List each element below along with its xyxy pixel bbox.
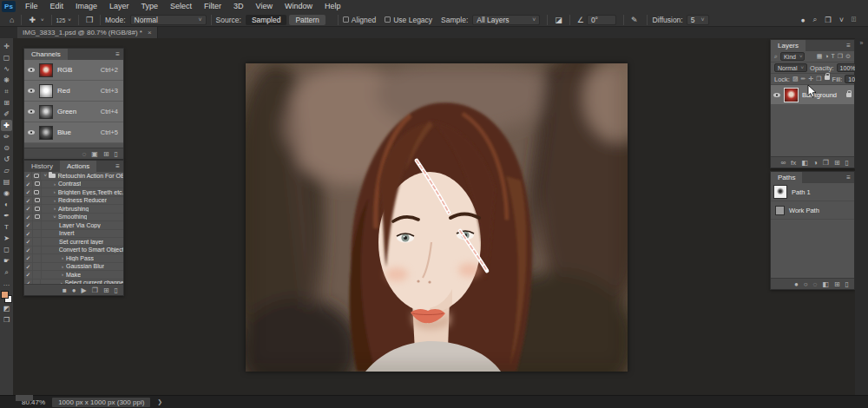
pressure-size-icon[interactable]: ✎	[628, 16, 641, 24]
brush-picker-caret-icon[interactable]: ˅	[65, 17, 74, 23]
channel-row-blue[interactable]: BlueCtrl+5	[24, 122, 123, 143]
kind-filter-select[interactable]: Kind ˅	[780, 52, 805, 61]
new-group-icon[interactable]: ❐	[823, 157, 829, 168]
source-sampled-button[interactable]: Sampled	[246, 15, 287, 25]
action-checkmark-icon[interactable]: ✓	[24, 188, 33, 196]
tab-layers[interactable]: Layers	[771, 40, 806, 51]
gradient-tool[interactable]: ▤	[1, 176, 12, 188]
channel-visibility-eye-icon[interactable]	[28, 109, 35, 114]
search-icon[interactable]: ⌕	[774, 53, 778, 60]
expander-open-icon[interactable]: ˅	[51, 214, 58, 220]
panel-menu-icon[interactable]: ≡	[843, 40, 854, 51]
action-checkmark-icon[interactable]: ✓	[24, 172, 32, 180]
action-checkmark-icon[interactable]: ✓	[24, 263, 33, 271]
brush-angle-input[interactable]: 0°	[587, 15, 616, 25]
channel-row-red[interactable]: RedCtrl+3	[24, 81, 123, 102]
account-icon[interactable]: ●	[800, 16, 805, 24]
action-dialog-toggle-icon[interactable]	[33, 247, 42, 254]
crop-tool[interactable]: ⌗	[1, 86, 12, 97]
action-checkmark-icon[interactable]: ✓	[24, 247, 33, 254]
ignore-adjustment-layers-icon[interactable]: ◪	[552, 16, 565, 24]
path-mask-icon[interactable]: ◧	[822, 279, 829, 290]
tab-actions[interactable]: Actions	[60, 161, 96, 172]
quick-mask-icon[interactable]: ◩	[1, 303, 12, 314]
new-layer-icon[interactable]: ⊞	[834, 157, 840, 168]
link-layers-icon[interactable]: ∞	[780, 157, 786, 168]
action-dialog-toggle-icon[interactable]	[33, 205, 42, 213]
menu-help[interactable]: Help	[319, 0, 347, 13]
channel-visibility-eye-icon[interactable]	[28, 130, 35, 135]
foreground-color-swatch[interactable]	[1, 291, 9, 299]
workspace-switcher-icon[interactable]: ❒	[825, 16, 832, 24]
collapse-panels-icon[interactable]: »	[855, 38, 868, 46]
action-dialog-toggle-icon[interactable]	[33, 271, 42, 279]
menu-select[interactable]: Select	[164, 0, 198, 13]
eyedropper-tool[interactable]: ✐	[1, 109, 12, 120]
menu-layer[interactable]: Layer	[103, 0, 135, 13]
channel-visibility-eye-icon[interactable]	[28, 89, 35, 93]
action-dialog-toggle-icon[interactable]	[33, 238, 42, 246]
menu-type[interactable]: Type	[135, 0, 165, 13]
tool-preset-caret-icon[interactable]: ˅	[38, 17, 47, 23]
search-icon[interactable]: ⌕	[813, 15, 818, 24]
delete-channel-icon[interactable]: ▯	[115, 148, 118, 160]
dodge-tool[interactable]: ◐	[1, 199, 12, 210]
screen-mode-icon[interactable]: ❒	[1, 314, 12, 326]
spot-healing-brush-tool[interactable]: ✚	[1, 120, 12, 131]
load-channel-as-selection-icon[interactable]: ◌	[82, 148, 87, 160]
save-selection-as-channel-icon[interactable]: ▣	[91, 148, 98, 160]
action-checkmark-icon[interactable]: ✓	[24, 181, 33, 188]
action-checkmark-icon[interactable]: ✓	[24, 254, 33, 262]
filter-adjustment-layers-icon[interactable]: ◑	[825, 53, 828, 60]
action-dialog-toggle-icon[interactable]	[33, 197, 42, 205]
path-row-path-1[interactable]: Path 1	[771, 183, 854, 201]
action-row[interactable]: ✓›Contrast	[24, 181, 123, 189]
move-tool[interactable]: ✛	[1, 41, 12, 52]
expander-closed-icon[interactable]: ›	[59, 255, 66, 260]
action-checkmark-icon[interactable]: ✓	[24, 205, 33, 213]
blur-tool[interactable]: ◉	[1, 188, 12, 199]
frame-tool[interactable]: ⊞	[1, 97, 12, 109]
action-dialog-toggle-icon[interactable]	[33, 214, 42, 221]
panel-menu-icon[interactable]: ≡	[112, 161, 123, 172]
action-dialog-toggle-icon[interactable]	[33, 263, 42, 271]
layer-visibility-eye-icon[interactable]	[773, 93, 780, 97]
close-tab-icon[interactable]: ×	[148, 29, 152, 36]
expander-closed-icon[interactable]: ›	[51, 198, 58, 203]
menu-edit[interactable]: Edit	[44, 0, 70, 13]
mode-select[interactable]: Normal ˅	[130, 15, 207, 25]
marquee-tool[interactable]: ▢	[1, 52, 12, 63]
channel-visibility-eye-icon[interactable]	[28, 68, 35, 72]
path-row-work-path[interactable]: Work Path	[771, 201, 854, 220]
action-row[interactable]: ✓›Redness Reducer	[24, 197, 123, 206]
action-row[interactable]: ✓›High Pass	[24, 254, 123, 263]
delete-action-icon[interactable]: ▯	[115, 285, 118, 296]
layer-effects-icon[interactable]: fx	[791, 157, 796, 168]
brush-picker[interactable]: 125	[56, 16, 66, 24]
action-dialog-toggle-icon[interactable]	[33, 181, 42, 188]
action-row[interactable]: ✓›Airbrushing	[24, 205, 123, 214]
filter-pixel-layers-icon[interactable]: ▦	[817, 53, 823, 60]
stop-recording-icon[interactable]: ■	[62, 285, 67, 296]
layer-lock-icon[interactable]	[846, 93, 852, 97]
action-dialog-toggle-icon[interactable]	[33, 188, 42, 196]
hand-tool[interactable]: ☛	[1, 255, 12, 267]
action-checkmark-icon[interactable]: ✓	[24, 238, 33, 246]
panel-menu-icon[interactable]: ≡	[112, 49, 123, 60]
action-row[interactable]: ✓Set current layer	[24, 238, 123, 247]
expander-open-icon[interactable]: ˅	[43, 173, 49, 178]
lock-all-icon[interactable]	[825, 76, 830, 80]
quick-selection-tool[interactable]: ❋	[1, 75, 12, 86]
new-action-icon[interactable]: ⊞	[103, 285, 109, 296]
edit-toolbar[interactable]: …	[1, 278, 12, 289]
fill-path-icon[interactable]: ●	[794, 279, 799, 290]
menu-window[interactable]: Window	[279, 0, 319, 13]
new-path-icon[interactable]: ⊞	[834, 279, 840, 290]
action-row[interactable]: ✓˅Smoothing	[24, 214, 123, 222]
diffusion-select[interactable]: 5 ˅	[687, 15, 709, 25]
menu-image[interactable]: Image	[69, 0, 103, 13]
action-dialog-toggle-icon[interactable]	[32, 172, 40, 180]
home-icon[interactable]: ⌂	[7, 16, 16, 24]
filter-type-layers-icon[interactable]: T	[832, 53, 835, 60]
action-checkmark-icon[interactable]: ✓	[24, 197, 33, 205]
